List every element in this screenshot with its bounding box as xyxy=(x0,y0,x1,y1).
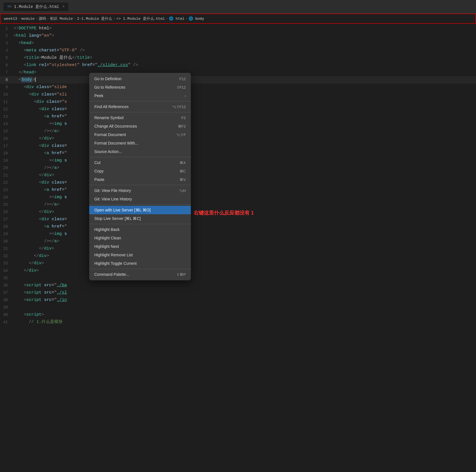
line-content-22: <div class= xyxy=(14,179,67,186)
menu-open-live-server[interactable]: Open with Live Server [⌘L ⌘O] xyxy=(89,206,191,214)
breadcrumb-week13[interactable]: week13 xyxy=(4,17,17,21)
code-line-7: 7 </head> xyxy=(0,69,476,76)
line-num-30: 30 xyxy=(0,238,14,245)
code-line-9: 9 <div class="slide xyxy=(0,84,476,91)
code-line-28: 28 <a href=" xyxy=(0,223,476,230)
line-num-33: 33 xyxy=(0,260,14,267)
menu-item-label: Format Document xyxy=(94,132,126,137)
tab-close-button[interactable]: × xyxy=(62,5,64,9)
line-num-1: 1 xyxy=(0,25,14,32)
code-line-24: 24 ><img s -img" xyxy=(0,194,476,201)
menu-git-view-file-history[interactable]: Git: View File History ⌥H xyxy=(89,186,191,195)
line-content-23: <a href=" xyxy=(14,186,67,194)
breadcrumb-sep-4: › xyxy=(74,17,76,20)
menu-item-label: Cut xyxy=(94,160,101,165)
menu-stop-live-server[interactable]: Stop Live Server [⌘L ⌘C] xyxy=(89,214,191,223)
line-content-4: <meta charset="UTF-8" /> xyxy=(14,47,85,54)
line-content-8: <body> xyxy=(14,76,36,84)
menu-rename-symbol[interactable]: Rename Symbol F2 xyxy=(89,113,191,122)
breadcrumb-html[interactable]: 🌐 html xyxy=(169,16,184,21)
line-num-38: 38 xyxy=(0,296,14,304)
menu-highlight-next[interactable]: Highlight Next xyxy=(89,242,191,251)
line-content-37: <script src="./sl xyxy=(14,289,67,296)
code-line-6: 6 <link rel="stylesheet" href="./slider.… xyxy=(0,62,476,69)
breadcrumb-source[interactable]: 源码 xyxy=(39,16,46,21)
line-num-12: 12 xyxy=(0,106,14,113)
line-num-37: 37 xyxy=(0,289,14,296)
menu-command-palette[interactable]: Command Palette... ⇧⌘P xyxy=(89,270,191,279)
code-editor[interactable]: 1 <!DOCTYPE html> 2 <html lang="en"> 3 <… xyxy=(0,24,476,327)
line-num-34: 34 xyxy=(0,267,14,274)
line-num-3: 3 xyxy=(0,40,14,47)
line-num-5: 5 xyxy=(0,54,14,62)
code-line-5: 5 <title>Module 是什么</title> xyxy=(0,54,476,62)
file-icon: <> xyxy=(7,5,12,9)
menu-change-all-occurrences[interactable]: Change All Occurrences ⌘F2 xyxy=(89,122,191,130)
tab-label: 1.Module 是什么.html xyxy=(14,4,59,9)
breadcrumb-intro[interactable]: 初识 Module xyxy=(50,16,73,21)
line-content-30: /></a> xyxy=(14,238,59,245)
breadcrumb-sep-3: › xyxy=(47,17,49,20)
code-line-27: 27 <div class= xyxy=(0,216,476,223)
menu-format-document-with[interactable]: Format Document With... xyxy=(89,139,191,147)
line-content-21: </div> xyxy=(14,172,54,179)
menu-item-label: Go to References xyxy=(94,85,125,89)
menu-item-label: Highlight Back xyxy=(94,227,120,232)
menu-shortcut: F12 xyxy=(180,77,186,81)
line-num-27: 27 xyxy=(0,216,14,223)
menu-item-label: Command Palette... xyxy=(94,272,129,277)
menu-shortcut: ⇧⌘P xyxy=(176,272,186,277)
code-line-1: 1 <!DOCTYPE html> xyxy=(0,25,476,32)
breadcrumb-sep-7: › xyxy=(185,17,187,20)
line-num-17: 17 xyxy=(0,142,14,150)
breadcrumb-bar: week13 › module › 源码 › 初识 Module › 2-1.M… xyxy=(0,14,476,24)
menu-highlight-toggle-current[interactable]: Highlight Toggle Current xyxy=(89,259,191,268)
code-line-23: 23 <a href=" xyxy=(0,186,476,194)
menu-go-to-definition[interactable]: Go to Definition F12 xyxy=(89,75,191,83)
breadcrumb-folder[interactable]: 2-1.Module 是什么 xyxy=(77,16,112,21)
line-content-7: </head> xyxy=(14,69,36,76)
code-line-15: 15 /></a> xyxy=(0,128,476,135)
code-line-10: 10 <div class="sli xyxy=(0,91,476,98)
tab-item[interactable]: <> 1.Module 是什么.html × xyxy=(3,3,68,11)
menu-shortcut: ⌥H xyxy=(179,189,186,193)
menu-find-all-references[interactable]: Find All References ⌥⇧F12 xyxy=(89,102,191,111)
breadcrumb-sep-5: › xyxy=(113,17,115,20)
menu-highlight-clean[interactable]: Highlight Clean xyxy=(89,234,191,242)
code-line-33: 33 </div> xyxy=(0,260,476,267)
menu-highlight-remove-list[interactable]: Highlight Remove List xyxy=(89,251,191,259)
menu-peek[interactable]: Peek › xyxy=(89,91,191,100)
line-num-19: 19 xyxy=(0,157,14,164)
menu-git-view-line-history[interactable]: Git: View Line History xyxy=(89,195,191,203)
line-num-39: 39 xyxy=(0,304,14,311)
breadcrumb-body[interactable]: 🌐 body xyxy=(189,16,204,21)
line-content-10: <div class="sli xyxy=(14,91,67,98)
line-num-2: 2 xyxy=(0,32,14,40)
line-content-1: <!DOCTYPE html> xyxy=(14,25,52,32)
code-line-11: 11 <div class="s xyxy=(0,98,476,106)
menu-source-action[interactable]: Source Action... xyxy=(89,147,191,156)
breadcrumb-file[interactable]: <> 1.Module 是什么.html xyxy=(116,16,165,21)
line-num-28: 28 xyxy=(0,223,14,230)
menu-item-label: Copy xyxy=(94,169,104,173)
breadcrumb-sep-2: › xyxy=(36,17,38,20)
menu-shortcut: ⇧F12 xyxy=(176,85,186,89)
menu-item-label: Peek xyxy=(94,93,103,98)
menu-divider-7 xyxy=(89,269,191,269)
menu-cut[interactable]: Cut ⌘X xyxy=(89,158,191,167)
menu-paste[interactable]: Paste ⌘V xyxy=(89,175,191,184)
breadcrumb-module[interactable]: module xyxy=(21,17,34,21)
menu-highlight-back[interactable]: Highlight Back xyxy=(89,225,191,234)
line-num-16: 16 xyxy=(0,135,14,142)
code-line-20: 20 /></a> xyxy=(0,164,476,172)
line-num-35: 35 xyxy=(0,274,14,282)
menu-item-label: Highlight Toggle Current xyxy=(94,261,137,266)
menu-copy[interactable]: Copy ⌘C xyxy=(89,167,191,175)
line-content-17: <div class= xyxy=(14,142,67,150)
menu-go-to-references[interactable]: Go to References ⇧F12 xyxy=(89,83,191,91)
menu-item-label: Highlight Next xyxy=(94,244,119,249)
menu-item-label: Highlight Clean xyxy=(94,236,121,240)
menu-divider-2 xyxy=(89,112,191,112)
menu-format-document[interactable]: Format Document ⌥⇧F xyxy=(89,130,191,139)
menu-item-label: Highlight Remove List xyxy=(94,253,133,257)
